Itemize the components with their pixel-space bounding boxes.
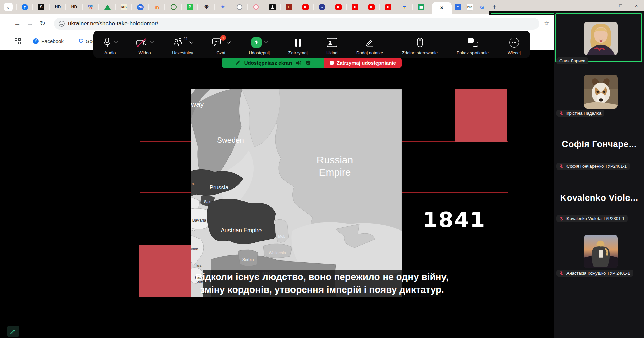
shield-check-icon[interactable] — [306, 60, 311, 66]
pinned-tab-s[interactable]: S — [33, 1, 50, 13]
svg-text:n.: n. — [192, 182, 195, 186]
pencil-icon — [365, 38, 374, 47]
triangle-icon — [104, 5, 111, 10]
stop-sharing-text: Zatrzymaj udostępnianie — [337, 60, 396, 66]
pinned-tab-youtube1[interactable] — [297, 1, 314, 13]
pinned-tab-google-news[interactable]: ≡ — [452, 1, 464, 13]
participants-panel: Єпик Лариса Крістіна Падалка Софія Гонча… — [554, 12, 644, 338]
pinned-tab-pdf24[interactable]: PDF24 — [83, 1, 99, 13]
audio-button[interactable]: Audio — [102, 31, 118, 58]
pause-share-button[interactable]: Zatrzymaj — [288, 31, 308, 58]
annotation-pencil-button[interactable] — [7, 326, 19, 337]
gemini-icon: ✦ — [220, 4, 226, 10]
participant-tile-yepyk-larysa[interactable]: Єпик Лариса — [554, 12, 644, 64]
pinned-tab-ukraine-heart[interactable]: ♥ — [396, 1, 413, 13]
pinned-tab-wreath[interactable] — [165, 1, 182, 13]
chat-button[interactable]: 1 Czat — [211, 31, 231, 58]
share-screen-button[interactable]: Udostępnij — [248, 31, 270, 58]
stop-sharing-button[interactable]: Zatrzymaj udostępnianie — [324, 58, 402, 68]
chevron-down-icon[interactable] — [114, 40, 118, 43]
participant-tile-anastasia-kozhushko[interactable]: Анастасія Кожушко ТУР 2401-1 — [554, 226, 644, 280]
chevron-down-icon[interactable] — [150, 40, 154, 43]
remote-control-button[interactable]: Zdalne sterowanie — [401, 31, 438, 58]
zoom-meeting-toolbar: Audio Wideo 11 Uczestnicy 1 — [93, 31, 530, 58]
pinned-tab-l[interactable]: L — [281, 1, 297, 13]
more-button[interactable]: Więcej — [507, 31, 521, 58]
minimize-button[interactable]: – — [597, 3, 613, 8]
maximize-button[interactable]: □ — [613, 3, 628, 8]
chevron-down-icon[interactable] — [189, 40, 193, 43]
new-tab-button[interactable]: + — [489, 2, 499, 12]
apps-grid-icon[interactable] — [15, 38, 21, 44]
pinned-tab-sheets[interactable]: ▦ — [413, 1, 429, 13]
pinned-tab-youtube4[interactable] — [363, 1, 380, 13]
openai-icon: ✳ — [203, 4, 210, 10]
chevron-down-icon[interactable] — [227, 40, 231, 43]
show-meeting-button[interactable]: Pokaz spotkanie — [456, 31, 489, 58]
svg-text:Prussia: Prussia — [210, 184, 229, 191]
bookmark-facebook[interactable]: f Facebook — [33, 38, 64, 44]
pinned-tab-pkp[interactable]: PKP — [464, 1, 476, 13]
share-screen-icon — [251, 37, 262, 48]
sharing-status-bar: Udostępniasz ekran — [222, 58, 324, 68]
pinned-tab-hd1[interactable]: HD — [50, 1, 66, 13]
pinned-tab-hd2[interactable]: HD — [66, 1, 83, 13]
pinned-tab-moodle[interactable]: m — [149, 1, 165, 13]
svg-text:Tus.: Tus. — [195, 263, 202, 267]
participants-button[interactable]: 11 Uczestnicy — [171, 31, 194, 58]
participant-tile-sofia-honcharenko[interactable]: Софія Гончаре... Софія Гончаренко ТУР240… — [554, 117, 644, 172]
svg-text:Sweden: Sweden — [217, 136, 244, 144]
add-note-button[interactable]: Dodaj notatkę — [356, 31, 384, 58]
video-button[interactable]: Wideo — [135, 31, 154, 58]
sheets-icon: ▦ — [418, 4, 424, 10]
pinned-tab-openai[interactable]: ✳ — [198, 1, 215, 13]
pinned-tab-zoom[interactable]: zm — [132, 1, 149, 13]
pinned-tab-google[interactable]: G — [476, 1, 488, 13]
tab-search-button[interactable]: ⌄ — [0, 1, 17, 13]
google-g-icon: G — [79, 38, 83, 44]
participant-tile-kovalenko-violeta[interactable]: Kovalenko Viole... Kovalenko Violeta ТУР… — [554, 172, 644, 226]
pinned-tab-youtube2[interactable] — [330, 1, 347, 13]
tab-close-icon[interactable]: × — [440, 5, 443, 11]
active-tab[interactable]: × — [432, 2, 452, 14]
facebook-icon: f — [33, 38, 39, 44]
svg-text:omb.: omb. — [191, 247, 199, 251]
chevron-down-icon[interactable] — [264, 40, 268, 43]
pinned-tab-facebook[interactable]: f — [17, 1, 33, 13]
wreath-icon — [171, 4, 177, 10]
svg-text:way: way — [191, 100, 204, 108]
pinned-tab-photos[interactable] — [99, 1, 116, 13]
decor-red-line — [402, 192, 508, 193]
pinned-tab-mb[interactable]: MB — [116, 1, 132, 13]
pinned-tab-p[interactable]: P — [182, 1, 198, 13]
video-subtitles: Відколи існує людство, воно пережило не … — [203, 270, 441, 297]
svg-text:Sax.: Sax. — [204, 199, 211, 204]
youtube-icon — [335, 4, 342, 10]
reload-button[interactable]: ↻ — [37, 14, 49, 32]
close-button[interactable]: × — [628, 3, 644, 8]
pinned-tab-youtube5[interactable] — [380, 1, 396, 13]
participant-tile-kristina-padalka[interactable]: Крістіна Падалка — [554, 64, 644, 117]
pinned-tab-person[interactable] — [264, 1, 281, 13]
decor-red-line — [140, 141, 191, 142]
browser-navbar: ← → ↻ ⌂ ukrainer.net/shcho-take-holodomo… — [0, 14, 644, 32]
pinned-tab-pink[interactable] — [248, 1, 264, 13]
l-icon: L — [286, 4, 292, 10]
pinned-tab-youtube3[interactable] — [347, 1, 363, 13]
address-bar[interactable]: ukrainer.net/shcho-take-holodomor/ — [54, 18, 539, 30]
pinned-tab-gemini[interactable]: ✦ — [215, 1, 231, 13]
pinned-tab-globe[interactable]: ● — [314, 1, 330, 13]
participants-count: 11 — [184, 36, 188, 41]
mb-icon: MB — [121, 4, 127, 10]
p-app-icon: P — [187, 4, 193, 10]
speaker-icon[interactable] — [296, 60, 302, 65]
bookmark-star-icon[interactable]: ☆ — [544, 19, 550, 27]
forward-button[interactable]: → — [24, 14, 36, 32]
site-info-icon[interactable] — [59, 21, 65, 27]
layout-button[interactable]: Układ — [326, 31, 338, 58]
back-button[interactable]: ← — [11, 14, 23, 32]
youtube-icon — [352, 4, 358, 10]
participant-name-badge: Kovalenko Violeta ТУР2301-1 — [556, 215, 628, 222]
layout-icon — [327, 38, 337, 47]
pinned-tab-crest[interactable] — [231, 1, 248, 13]
